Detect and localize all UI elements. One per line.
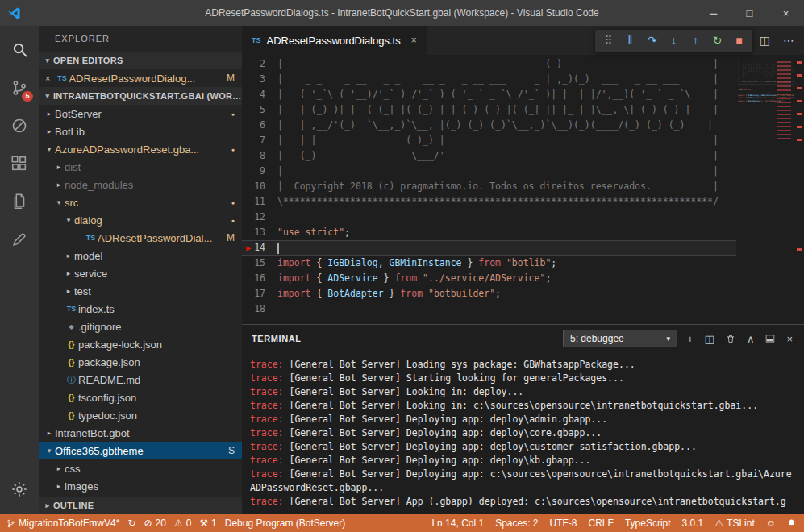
tree-item-readme-md[interactable]: ⓘREADME.md bbox=[39, 371, 242, 389]
tree-item-model[interactable]: ▸model bbox=[39, 247, 242, 264]
source-control-icon[interactable]: 5 bbox=[0, 69, 39, 106]
tree-item-tsconfig-json[interactable]: {}tsconfig.json bbox=[39, 389, 242, 406]
grip-icon[interactable]: ⠿ bbox=[598, 30, 619, 52]
more-actions-icon[interactable]: ⋯ bbox=[783, 34, 794, 47]
code-line-3[interactable]: 3| _ _ _ __ _ _ __ _ _ __ ___ _ | ,_)(_)… bbox=[242, 72, 736, 87]
tab-adresetpassworddialogs-ts[interactable]: TS ADResetPasswordDialogs.ts × bbox=[242, 26, 427, 55]
minimize-icon[interactable]: ─ bbox=[695, 0, 731, 26]
tree-item-intranetbot-gbot[interactable]: ▸IntranetBot.gbot bbox=[39, 424, 242, 442]
edit-icon[interactable] bbox=[0, 220, 39, 258]
terminal-selector[interactable]: 5: debuggee ▾ bbox=[563, 330, 677, 347]
tree-item-azureadpasswordreset-gba[interactable]: ▾AzureADPasswordReset.gba...● bbox=[39, 140, 242, 158]
pause-icon[interactable]: ‖ bbox=[619, 30, 641, 52]
tree-item-botserver[interactable]: ▸BotServer● bbox=[39, 105, 242, 123]
terminal-tab[interactable]: TERMINAL bbox=[252, 334, 302, 343]
close-icon[interactable]: × bbox=[768, 0, 804, 26]
status-utf-8[interactable]: UTF-8 bbox=[550, 517, 577, 529]
code-line-10[interactable]: 10| Copyright 2018 (c) pragmatismo.io. T… bbox=[242, 179, 736, 194]
code-line-13[interactable]: 13"use strict"; bbox=[242, 225, 736, 240]
split-editor-icon[interactable]: ◫ bbox=[760, 34, 770, 47]
maximize-icon[interactable]: □ bbox=[731, 0, 768, 26]
tree-item-gitignore[interactable]: ◆.gitignore bbox=[39, 318, 242, 335]
line-number: 10 bbox=[242, 179, 277, 194]
debug-icon[interactable] bbox=[0, 106, 39, 144]
code-line-11[interactable]: 11\*************************************… bbox=[242, 194, 736, 210]
tree-item-office365-gbtheme[interactable]: ▾Office365.gbthemeS bbox=[39, 442, 242, 459]
stop-icon[interactable]: ■ bbox=[728, 30, 750, 52]
status-tool-icon[interactable]: ⚒1 bbox=[199, 517, 216, 529]
sidebar-title: EXPLORER bbox=[39, 26, 242, 52]
tree-item-css[interactable]: ▸css bbox=[39, 459, 242, 477]
code-line-6[interactable]: 6| | ,__/'(_) `\__,_)`\__, |(_) (_) (_)`… bbox=[242, 118, 736, 133]
close-editor-icon[interactable]: × bbox=[45, 73, 50, 83]
status-ln-14-col-1[interactable]: Ln 14, Col 1 bbox=[431, 517, 484, 529]
code-line-4[interactable]: 4| ( '_`\ ( '__)/'_` ) /'_` ) ( '_ ` _ `… bbox=[242, 87, 736, 102]
open-editors-header[interactable]: ▾ OPEN EDITORS bbox=[39, 52, 242, 69]
tree-item-test[interactable]: ▸test bbox=[39, 282, 242, 300]
status-3-0-1[interactable]: 3.0.1 bbox=[682, 517, 704, 529]
status-spaces-2[interactable]: Spaces: 2 bbox=[495, 517, 538, 529]
status-warnings-icon[interactable]: ⚠0 bbox=[174, 517, 191, 529]
outline-header[interactable]: ▸ OUTLINE bbox=[39, 497, 242, 514]
trash-icon[interactable] bbox=[726, 334, 735, 344]
tree-item-botlib[interactable]: ▸BotLib bbox=[39, 123, 242, 140]
code-line-14[interactable]: 14▶ bbox=[242, 240, 736, 256]
code-line-5[interactable]: 5| | (_) )| | ( (_| |( (_) | | ( ) ( ) |… bbox=[242, 102, 736, 118]
tree-item-adresetpassworddial[interactable]: TSADResetPasswordDial...M bbox=[39, 229, 242, 247]
code-line-18[interactable]: 18 bbox=[242, 301, 736, 317]
json-file-icon: {} bbox=[65, 358, 78, 367]
status-git-branch-icon[interactable]: MigrationToBotFmwV4* bbox=[6, 517, 119, 529]
explorer-icon[interactable] bbox=[0, 182, 39, 220]
status-errors-icon[interactable]: ⊘20 bbox=[144, 517, 165, 529]
open-editor-item[interactable]: ×TSADResetPasswordDialog...M bbox=[39, 69, 242, 87]
close-tab-icon[interactable]: × bbox=[411, 35, 417, 46]
tree-item-typedoc-json[interactable]: {}typedoc.json bbox=[39, 406, 242, 424]
step-out-icon[interactable]: ↑ bbox=[685, 30, 706, 52]
tree-item-index-ts[interactable]: TSindex.ts bbox=[39, 300, 242, 318]
status-debug-program-botserver[interactable]: Debug Program (BotServer) bbox=[225, 517, 345, 529]
line-number: 6 bbox=[242, 118, 277, 133]
maximize-panel-icon[interactable]: ∧ bbox=[747, 333, 755, 345]
status-bell-icon[interactable] bbox=[787, 518, 796, 528]
new-terminal-icon[interactable]: + bbox=[687, 333, 694, 345]
chevron-down-icon: ▾ bbox=[53, 198, 65, 206]
restart-icon[interactable]: ↻ bbox=[706, 30, 728, 52]
line-number: 5 bbox=[242, 102, 277, 118]
terminal-output[interactable]: trace: [General Bot Server] Loading sys … bbox=[242, 352, 804, 514]
code-line-7[interactable]: 7| | | ( )_) | | bbox=[242, 133, 736, 148]
smiley-icon: ☺ bbox=[766, 517, 776, 529]
panel-toggle-icon[interactable] bbox=[765, 334, 775, 343]
settings-gear-icon[interactable] bbox=[0, 470, 39, 508]
code-line-2[interactable]: 2| ( )_ _ | bbox=[242, 56, 736, 72]
chevron-right-icon: ▸ bbox=[42, 501, 53, 509]
code-line-12[interactable]: 12 bbox=[242, 210, 736, 225]
close-panel-icon[interactable]: × bbox=[786, 333, 793, 345]
code-area[interactable]: 2| ( )_ _ |3| _ _ _ __ _ _ __ _ _ __ ___… bbox=[242, 55, 736, 324]
extensions-icon[interactable] bbox=[0, 144, 39, 182]
split-terminal-icon[interactable]: ◫ bbox=[705, 333, 714, 345]
step-into-icon[interactable]: ↓ bbox=[663, 30, 685, 52]
tree-item-dist[interactable]: ▸dist bbox=[39, 158, 242, 176]
code-line-17[interactable]: 17import { BotAdapter } from "botbuilder… bbox=[242, 286, 736, 301]
code-line-15[interactable]: 15import { IGBDialog, GBMinInstance } fr… bbox=[242, 256, 736, 271]
code-line-9[interactable]: 9| | bbox=[242, 164, 736, 179]
status-crlf[interactable]: CRLF bbox=[589, 517, 614, 529]
workspace-header[interactable]: ▾ INTRANETBOTQUICKSTART.GBAI (WORKSPACE) bbox=[39, 87, 242, 105]
search-icon[interactable] bbox=[0, 31, 39, 69]
minimap[interactable]: 2| ( )_ _ |3| _ _ _ __ _ _ __ _ _ __ ___… bbox=[736, 55, 794, 324]
tree-item-src[interactable]: ▾src● bbox=[39, 193, 242, 211]
tree-item-service[interactable]: ▸service bbox=[39, 264, 242, 282]
tree-item-dialog[interactable]: ▾dialog● bbox=[39, 211, 242, 229]
status-left: MigrationToBotFmwV4*↻⊘20⚠0⚒1Debug Progra… bbox=[6, 517, 345, 529]
code-line-8[interactable]: 8| (_) \___/' | bbox=[242, 148, 736, 164]
status-sync-icon[interactable]: ↻ bbox=[127, 517, 135, 529]
step-over-icon[interactable]: ↷ bbox=[641, 30, 663, 52]
status-warnings-icon[interactable]: ⚠TSLint bbox=[714, 517, 754, 529]
status-typescript[interactable]: TypeScript bbox=[625, 517, 671, 529]
tree-item-node-modules[interactable]: ▸node_modules bbox=[39, 176, 242, 193]
code-line-16[interactable]: 16import { ADService } from "../service/… bbox=[242, 271, 736, 286]
status-smiley-icon[interactable]: ☺ bbox=[766, 517, 776, 529]
tree-item-package-json[interactable]: {}package.json bbox=[39, 353, 242, 371]
tree-item-package-lock-json[interactable]: {}package-lock.json bbox=[39, 335, 242, 353]
tree-item-images[interactable]: ▸images bbox=[39, 477, 242, 495]
